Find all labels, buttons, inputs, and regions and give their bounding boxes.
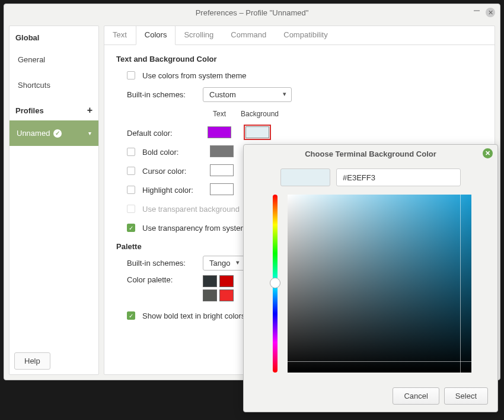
section-text-bg: Text and Background Color: [116, 55, 483, 63]
default-bg-swatch[interactable]: [245, 126, 269, 138]
tab-command[interactable]: Command: [222, 26, 275, 44]
hue-slider[interactable]: [270, 195, 280, 373]
sidebar-profile-label: Unnamed: [17, 129, 50, 138]
checkmark-icon: ✓: [53, 129, 62, 138]
tab-colors[interactable]: Colors: [136, 26, 176, 45]
sidebar-item-shortcuts[interactable]: Shortcuts: [9, 72, 98, 98]
bold-color-checkbox[interactable]: [127, 148, 135, 156]
dialog-footer: Cancel Select: [244, 380, 497, 412]
color-picker-dialog: Choose Terminal Background Color ✕ Cance…: [243, 144, 498, 412]
builtin-schemes-label: Built-in schemes:: [127, 90, 198, 99]
palette-swatch-b1[interactable]: [203, 289, 217, 301]
palette-grid: [203, 275, 234, 304]
bg-column-header: Background: [241, 110, 274, 118]
window-title: Preferences – Profile "Unnamed": [196, 8, 309, 17]
tab-text[interactable]: Text: [104, 26, 136, 44]
dialog-close-icon[interactable]: ✕: [483, 148, 493, 158]
tab-scrolling[interactable]: Scrolling: [176, 26, 222, 44]
default-color-label: Default color:: [127, 129, 198, 138]
use-transparent-checkbox: [127, 205, 135, 213]
sv-crosshair-h: [288, 361, 471, 362]
default-text-swatch[interactable]: [208, 126, 231, 138]
dialog-title: Choose Terminal Background Color: [305, 149, 436, 158]
hex-input[interactable]: [336, 168, 461, 186]
palette-builtin-select[interactable]: Tango: [203, 256, 245, 271]
saturation-value-field[interactable]: [288, 195, 471, 373]
text-column-header: Text: [203, 110, 236, 118]
close-icon[interactable]: ✕: [486, 8, 495, 17]
help-button[interactable]: Help: [14, 352, 50, 370]
sidebar-item-general[interactable]: General: [9, 47, 98, 72]
tab-compatibility[interactable]: Compatibility: [275, 26, 336, 44]
dialog-titlebar: Choose Terminal Background Color ✕: [244, 145, 497, 163]
color-palette-label: Color palette:: [127, 275, 198, 284]
show-bold-bright-label: Show bold text in bright colors: [142, 311, 245, 320]
highlight-swatch[interactable]: [210, 183, 234, 195]
sidebar-profiles-header: Profiles +: [9, 98, 98, 120]
use-transparent-label: Use transparent background: [142, 205, 240, 214]
select-button[interactable]: Select: [444, 387, 488, 405]
color-preview-swatch[interactable]: [280, 168, 330, 186]
palette-swatch-a2[interactable]: [219, 275, 234, 287]
sidebar: Global General Shortcuts Profiles + Unna…: [9, 26, 99, 375]
cursor-swatch[interactable]: [210, 164, 234, 176]
window-titlebar: Preferences – Profile "Unnamed" ✕: [4, 4, 500, 21]
palette-swatch-a1[interactable]: [203, 275, 217, 287]
sv-crosshair-v: [460, 195, 461, 373]
sidebar-item-unnamed[interactable]: Unnamed ✓ ▾: [9, 120, 98, 146]
palette-builtin-label: Built-in schemes:: [127, 259, 198, 268]
hue-thumb[interactable]: [270, 278, 280, 288]
sidebar-global-header: Global: [9, 26, 98, 47]
use-system-transparency-checkbox[interactable]: ✓: [127, 224, 135, 232]
palette-swatch-b2[interactable]: [219, 289, 234, 301]
use-system-colors-checkbox[interactable]: [127, 71, 135, 79]
cursor-color-label: Cursor color:: [142, 167, 200, 176]
sidebar-profiles-label: Profiles: [15, 106, 44, 115]
add-profile-icon[interactable]: +: [87, 105, 92, 116]
sidebar-global-label: Global: [15, 33, 39, 42]
sidebar-footer: Help: [9, 348, 98, 374]
minimize-icon[interactable]: [474, 10, 480, 11]
cursor-color-checkbox[interactable]: [127, 167, 135, 175]
use-system-colors-label: Use colors from system theme: [142, 71, 247, 80]
dialog-body: [244, 163, 497, 380]
builtin-schemes-select[interactable]: Custom: [203, 87, 292, 102]
highlight-color-label: Highlight color:: [142, 186, 200, 195]
show-bold-bright-checkbox[interactable]: ✓: [127, 311, 135, 320]
bold-color-label: Bold color:: [142, 148, 200, 157]
tab-bar: Text Colors Scrolling Command Compatibil…: [104, 26, 495, 45]
cancel-button[interactable]: Cancel: [393, 387, 439, 405]
bold-swatch[interactable]: [210, 145, 234, 157]
highlight-color-checkbox[interactable]: [127, 186, 135, 194]
chevron-down-icon[interactable]: ▾: [88, 130, 91, 136]
